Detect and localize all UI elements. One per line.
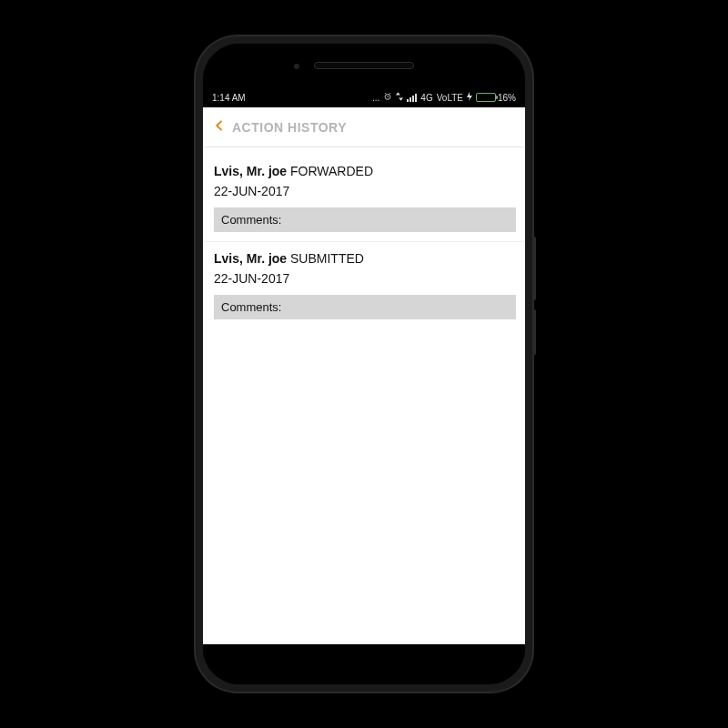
power-button [532,309,536,355]
comments-field[interactable]: Comments: [214,207,516,232]
status-time: 1:14 AM [212,93,246,103]
phone-camera [294,64,299,69]
action-label: FORWARDED [290,164,373,178]
battery-indicator: 16% [476,93,516,103]
history-item: Lvis, Mr. joe SUBMITTED 22-JUN-2017 Comm… [203,241,525,319]
phone-bottom-bezel [203,644,525,684]
status-dots: ... [372,93,379,103]
phone-speaker [314,62,414,69]
signal-icon [407,94,417,102]
back-icon[interactable] [212,118,227,136]
history-title: Lvis, Mr. joe FORWARDED [214,164,514,178]
history-list: Lvis, Mr. joe FORWARDED 22-JUN-2017 Comm… [203,147,525,329]
action-label: SUBMITTED [290,251,364,266]
history-date: 22-JUN-2017 [214,184,514,198]
phone-frame: 1:14 AM ... 4G VoLTE 16% [196,36,532,692]
history-item: Lvis, Mr. joe FORWARDED 22-JUN-2017 Comm… [203,155,525,232]
actor-name: Lvis, Mr. joe [214,251,287,266]
volte-label: VoLTE [437,93,463,103]
alarm-icon [383,92,392,103]
comments-field[interactable]: Comments: [214,295,516,319]
app-header: ACTION HISTORY [203,107,525,147]
history-title: Lvis, Mr. joe SUBMITTED [214,251,514,266]
battery-icon [476,93,496,102]
updown-icon [396,92,403,103]
network-label: 4G [420,93,432,103]
history-date: 22-JUN-2017 [214,271,514,286]
battery-text: 16% [498,93,516,103]
actor-name: Lvis, Mr. joe [214,164,287,178]
charging-icon [467,92,472,103]
page-title: ACTION HISTORY [232,120,347,135]
status-right: ... 4G VoLTE 16% [372,92,516,103]
phone-screen: 1:14 AM ... 4G VoLTE 16% [203,44,525,684]
status-bar: 1:14 AM ... 4G VoLTE 16% [203,87,525,107]
volume-button [532,237,536,300]
app-screen: ACTION HISTORY Lvis, Mr. joe FORWARDED 2… [203,107,525,644]
